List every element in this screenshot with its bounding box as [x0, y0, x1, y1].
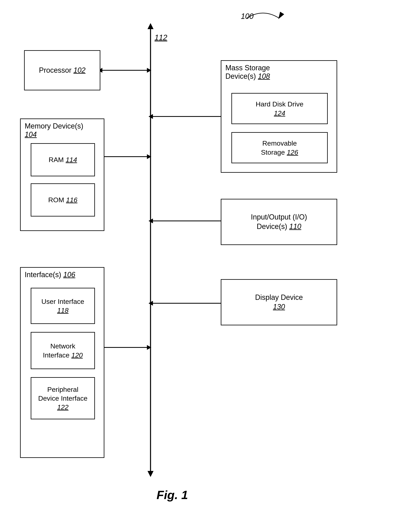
svg-marker-12 — [147, 68, 151, 73]
diagram: 100 — [0, 0, 404, 532]
network-interface-ref: 120 — [71, 351, 83, 359]
removable-storage-box: RemovableStorage 126 — [231, 132, 328, 163]
ram-label: RAM 114 — [49, 155, 77, 164]
hdd-ref: 124 — [274, 109, 285, 117]
network-interface-label: NetworkInterface 120 — [43, 342, 83, 359]
svg-marker-18 — [147, 345, 151, 350]
mass-storage-label: Mass StorageDevice(s) 108 — [225, 64, 270, 81]
mass-storage-ref: 108 — [258, 72, 270, 80]
display-device-box: Display Device130 — [221, 279, 337, 325]
svg-text:112: 112 — [155, 33, 167, 42]
svg-marker-15 — [147, 154, 151, 159]
memory-outer-box: Memory Device(s)104 RAM 114 ROM 116 — [20, 118, 104, 231]
interfaces-ref: 106 — [63, 270, 75, 279]
processor-label: Processor 102 — [39, 66, 86, 75]
display-device-label: Display Device130 — [255, 293, 303, 312]
peripheral-interface-label: PeripheralDevice Interface122 — [38, 385, 88, 412]
peripheral-interface-box: PeripheralDevice Interface122 — [31, 377, 95, 419]
display-device-ref: 130 — [273, 303, 285, 311]
processor-ref: 102 — [73, 66, 86, 74]
network-interface-box: NetworkInterface 120 — [31, 332, 95, 369]
hdd-box: Hard Disk Drive124 — [231, 93, 328, 124]
user-interface-label: User Interface118 — [41, 297, 84, 315]
hdd-label: Hard Disk Drive124 — [256, 100, 303, 117]
figure-label: Fig. 1 — [157, 488, 188, 502]
peripheral-interface-ref: 122 — [57, 403, 69, 411]
io-devices-label: Input/Output (I/O)Device(s) 110 — [251, 212, 307, 231]
io-devices-box: Input/Output (I/O)Device(s) 110 — [221, 199, 337, 245]
ref-100-label: 100 — [241, 12, 253, 21]
processor-box: Processor 102 — [24, 50, 100, 90]
removable-storage-ref: 126 — [287, 148, 298, 156]
memory-label: Memory Device(s)104 — [25, 122, 83, 139]
rom-box: ROM 116 — [31, 183, 95, 217]
ram-box: RAM 114 — [31, 143, 95, 176]
svg-marker-26 — [149, 301, 153, 306]
removable-storage-label: RemovableStorage 126 — [261, 139, 298, 156]
memory-ref: 104 — [25, 130, 37, 139]
user-interface-ref: 118 — [57, 307, 69, 314]
ram-ref: 114 — [66, 156, 77, 163]
io-devices-ref: 110 — [289, 222, 301, 231]
svg-marker-8 — [147, 471, 153, 477]
interfaces-outer-box: Interface(s) 106 User Interface118 Netwo… — [20, 267, 104, 458]
svg-marker-7 — [147, 23, 153, 29]
user-interface-box: User Interface118 — [31, 288, 95, 324]
interfaces-label: Interface(s) 106 — [25, 270, 75, 279]
mass-storage-outer-box: Mass StorageDevice(s) 108 Hard Disk Driv… — [221, 60, 337, 173]
rom-label: ROM 116 — [48, 195, 77, 204]
rom-ref: 116 — [66, 196, 77, 204]
svg-marker-20 — [149, 114, 153, 119]
svg-marker-23 — [149, 218, 153, 223]
